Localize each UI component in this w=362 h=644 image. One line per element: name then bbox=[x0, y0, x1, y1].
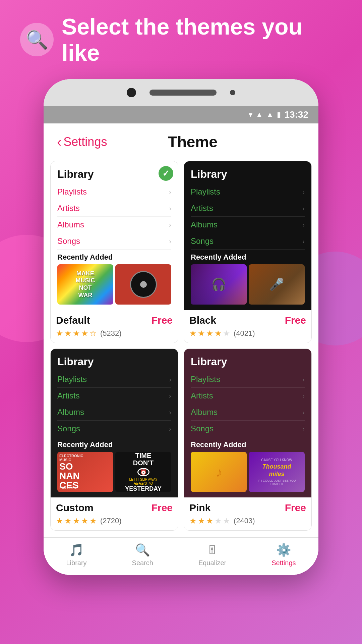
nav-item-settings[interactable]: ⚙️ Settings bbox=[272, 543, 296, 567]
rating-count-default: (5232) bbox=[100, 329, 122, 338]
theme-library-title-pink: Library bbox=[191, 356, 305, 368]
album-thumbnails-pink: ♪ CAUSE YOU KNOW Thousandmiles IF I COUL… bbox=[191, 452, 305, 492]
star-1: ★ bbox=[189, 329, 197, 338]
theme-library-title-black: Library bbox=[191, 168, 305, 180]
if-could-text: IF I COULD JUST SEE YOU TONIGHT bbox=[251, 479, 302, 486]
menu-label: Playlists bbox=[191, 187, 220, 197]
library-icon: 🎵 bbox=[69, 543, 84, 557]
menu-label: Songs bbox=[191, 424, 214, 433]
theme-menu-albums-black: Albums › bbox=[191, 217, 305, 233]
theme-grid: ✓ Library Playlists › Artists › Albums › bbox=[44, 158, 318, 537]
theme-footer-pink: Pink Free ★ ★ ★ ★ ★ (2403) bbox=[184, 497, 311, 530]
star-2: ★ bbox=[64, 516, 72, 526]
star-5: ★ bbox=[223, 516, 230, 526]
back-button[interactable]: ‹ Settings bbox=[57, 135, 107, 150]
nances-festival-text: FESTIVAL bbox=[59, 485, 76, 489]
back-label: Settings bbox=[63, 135, 107, 149]
theme-name-black: Black bbox=[189, 315, 216, 326]
banner-title: Select the themes you like bbox=[62, 13, 342, 66]
theme-menu-playlists-black: Playlists › bbox=[191, 184, 305, 200]
equalizer-icon: 🎚 bbox=[206, 543, 219, 557]
menu-chevron: › bbox=[302, 205, 305, 212]
menu-label: Albums bbox=[57, 220, 84, 229]
stars-default: ★ ★ ★ ★ ☆ bbox=[56, 329, 97, 338]
theme-card-black[interactable]: Library Playlists › Artists › Albums › bbox=[184, 161, 312, 343]
star-2: ★ bbox=[64, 329, 72, 338]
cause-you-know-text: CAUSE YOU KNOW bbox=[261, 458, 292, 462]
here-to-text: HERE'S TO bbox=[133, 481, 153, 485]
album-thumb-performer: 🎤 bbox=[249, 264, 305, 305]
theme-preview-custom: Library Playlists › Artists › Albums › bbox=[51, 349, 178, 497]
star-1: ★ bbox=[56, 329, 63, 338]
menu-chevron: › bbox=[169, 376, 171, 383]
theme-rating-default: ★ ★ ★ ★ ☆ (5232) bbox=[56, 329, 173, 338]
recently-added-custom: Recently Added bbox=[57, 440, 171, 449]
stars-black: ★ ★ ★ ★ ★ bbox=[189, 329, 230, 338]
nav-label-settings: Settings bbox=[272, 559, 296, 567]
star-4: ★ bbox=[215, 329, 222, 338]
star-3: ★ bbox=[206, 516, 214, 526]
page-title: Theme bbox=[107, 133, 278, 151]
theme-menu-artists-default: Artists › bbox=[57, 200, 171, 217]
stars-custom: ★ ★ ★ ★ ★ bbox=[56, 516, 97, 526]
album-thumb-yellow: ♪ bbox=[191, 452, 247, 492]
phone-speaker bbox=[149, 90, 217, 96]
star-3: ★ bbox=[73, 329, 80, 338]
theme-menu-songs-pink: Songs › bbox=[191, 421, 305, 437]
theme-name-row-default: Default Free bbox=[56, 315, 173, 326]
theme-name-row-black: Black Free bbox=[189, 315, 306, 326]
menu-chevron: › bbox=[169, 392, 171, 400]
phone-dot bbox=[230, 90, 235, 95]
theme-preview-black: Library Playlists › Artists › Albums › bbox=[184, 161, 311, 310]
signal-icon-1: ▲ bbox=[256, 110, 263, 119]
nav-header: ‹ Settings Theme bbox=[44, 123, 318, 158]
theme-menu-playlists-custom: Playlists › bbox=[57, 371, 171, 388]
menu-label: Artists bbox=[57, 391, 80, 400]
album-art-text: MAKEMUSICNOTWAR bbox=[76, 270, 95, 299]
rating-count-custom: (2720) bbox=[100, 517, 122, 525]
nav-label-equalizer: Equalizer bbox=[198, 559, 226, 567]
menu-chevron: › bbox=[169, 205, 171, 212]
theme-menu-albums-custom: Albums › bbox=[57, 404, 171, 421]
album-thumb-make-music: MAKEMUSICNOTWAR bbox=[57, 264, 113, 305]
theme-rating-black: ★ ★ ★ ★ ★ (4021) bbox=[189, 329, 306, 338]
star-2: ★ bbox=[198, 329, 205, 338]
menu-label: Playlists bbox=[57, 187, 87, 197]
theme-menu-songs-black: Songs › bbox=[191, 233, 305, 250]
nav-item-equalizer[interactable]: 🎚 Equalizer bbox=[198, 543, 226, 567]
menu-label: Albums bbox=[191, 408, 218, 417]
theme-footer-black: Black Free ★ ★ ★ ★ ★ (4021) bbox=[184, 310, 311, 343]
theme-name-default: Default bbox=[56, 315, 90, 326]
yesterday-text: YESTERDAY bbox=[125, 485, 161, 492]
nav-item-search[interactable]: 🔍 Search bbox=[132, 543, 153, 567]
clock-icon: ⏰ bbox=[137, 468, 149, 476]
menu-label: Artists bbox=[191, 204, 213, 213]
signal-icon-2: ▲ bbox=[266, 110, 274, 119]
theme-card-custom[interactable]: Library Playlists › Artists › Albums › bbox=[50, 348, 178, 531]
theme-menu-playlists-pink: Playlists › bbox=[191, 371, 305, 388]
album-thumb-time-dont: TIMEDON'T ⏰ LET IT SLIP AWAY HERE'S TO Y… bbox=[115, 452, 171, 492]
recently-added-pink: Recently Added bbox=[191, 440, 305, 449]
menu-label: Artists bbox=[191, 391, 213, 400]
menu-chevron: › bbox=[302, 392, 305, 400]
bottom-nav: 🎵 Library 🔍 Search 🎚 Equalizer ⚙️ Settin… bbox=[44, 537, 318, 575]
rating-count-black: (4021) bbox=[234, 329, 255, 338]
album-thumb-thousand: CAUSE YOU KNOW Thousandmiles IF I COULD … bbox=[249, 452, 305, 492]
theme-price-black: Free bbox=[285, 315, 306, 326]
star-4: ★ bbox=[215, 516, 222, 526]
menu-chevron: › bbox=[169, 425, 171, 433]
theme-menu-playlists-default: Playlists › bbox=[57, 184, 171, 200]
theme-card-pink[interactable]: Library Playlists › Artists › Albums › bbox=[184, 348, 312, 531]
menu-chevron: › bbox=[302, 425, 305, 433]
battery-icon: ▮ bbox=[277, 110, 281, 119]
nav-item-library[interactable]: 🎵 Library bbox=[66, 543, 86, 567]
status-time: 13:32 bbox=[284, 109, 308, 120]
star-3: ★ bbox=[206, 329, 214, 338]
settings-icon: ⚙️ bbox=[276, 543, 291, 557]
album-thumb-vinyl bbox=[115, 264, 171, 305]
theme-card-default[interactable]: ✓ Library Playlists › Artists › Albums › bbox=[50, 161, 178, 343]
star-1: ★ bbox=[56, 516, 63, 526]
phone-mockup: ▾ ▲ ▲ ▮ 13:32 ‹ Settings Theme ✓ bbox=[44, 79, 318, 575]
recently-added-black: Recently Added bbox=[191, 253, 305, 262]
menu-label: Playlists bbox=[191, 375, 220, 384]
